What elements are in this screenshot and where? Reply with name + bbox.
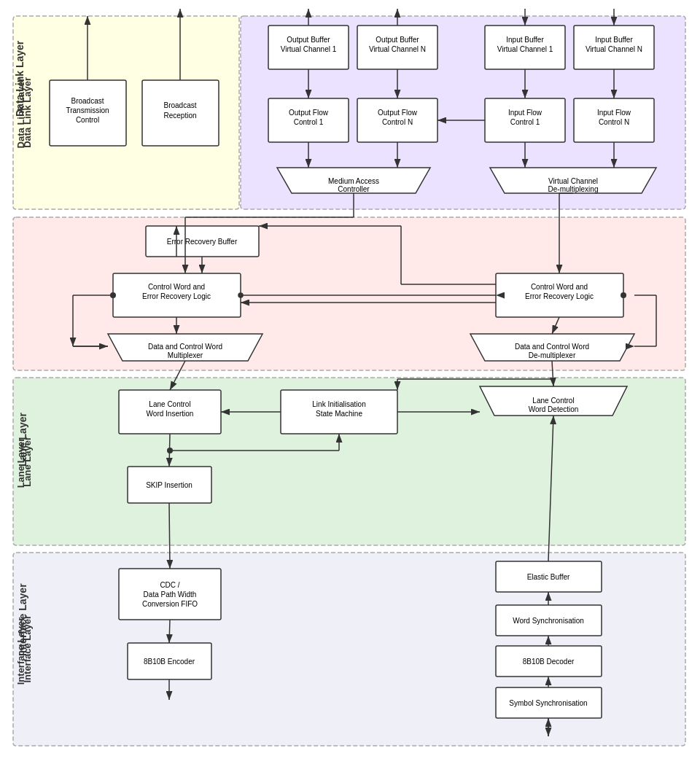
svg-rect-79 bbox=[496, 561, 602, 592]
svg-text:Controller: Controller bbox=[338, 185, 370, 193]
svg-text:CDC /: CDC / bbox=[160, 581, 179, 589]
svg-text:SKIP Insertion: SKIP Insertion bbox=[146, 481, 192, 489]
svg-rect-15 bbox=[142, 80, 219, 146]
svg-text:Broadcast: Broadcast bbox=[163, 101, 196, 109]
svg-text:Virtual Channel N: Virtual Channel N bbox=[586, 45, 642, 53]
svg-marker-45 bbox=[490, 168, 656, 193]
svg-text:Data Path Width: Data Path Width bbox=[144, 590, 197, 599]
svg-point-126 bbox=[167, 448, 173, 453]
diagram-container: Data Link Layer Lane Layer Interface Lay… bbox=[0, 0, 700, 764]
svg-line-121 bbox=[170, 361, 185, 390]
svg-marker-59 bbox=[470, 334, 634, 361]
svg-rect-53 bbox=[496, 273, 623, 317]
svg-text:Lane Control: Lane Control bbox=[149, 400, 190, 408]
svg-text:Output Buffer: Output Buffer bbox=[287, 36, 330, 44]
svg-marker-56 bbox=[108, 334, 262, 361]
svg-rect-73 bbox=[119, 569, 221, 620]
svg-text:Conversion FIFO: Conversion FIFO bbox=[142, 600, 198, 608]
svg-text:Word Detection: Word Detection bbox=[529, 405, 579, 413]
svg-text:Word Insertion: Word Insertion bbox=[147, 410, 194, 418]
svg-rect-33 bbox=[357, 98, 438, 142]
svg-rect-3 bbox=[13, 217, 685, 370]
svg-text:Transmission: Transmission bbox=[66, 106, 109, 114]
svg-text:Symbol Synchronisation: Symbol Synchronisation bbox=[509, 699, 587, 707]
svg-text:Control N: Control N bbox=[599, 118, 629, 126]
svg-text:Virtual Channel: Virtual Channel bbox=[548, 177, 598, 185]
svg-text:State Machine: State Machine bbox=[316, 410, 362, 418]
svg-text:Control Word and: Control Word and bbox=[148, 283, 205, 291]
svg-line-138 bbox=[548, 416, 553, 561]
svg-rect-21 bbox=[357, 26, 438, 69]
svg-text:Output Flow: Output Flow bbox=[289, 109, 329, 117]
svg-text:Input Buffer: Input Buffer bbox=[506, 36, 544, 44]
svg-rect-65 bbox=[281, 390, 397, 434]
svg-text:Broadcast: Broadcast bbox=[71, 97, 104, 105]
svg-text:Virtual Channel N: Virtual Channel N bbox=[369, 45, 426, 53]
svg-text:Input Buffer: Input Buffer bbox=[595, 36, 633, 44]
svg-text:Output Flow: Output Flow bbox=[378, 109, 418, 117]
svg-rect-0 bbox=[13, 16, 239, 209]
svg-text:De-multiplexer: De-multiplexer bbox=[529, 351, 576, 359]
svg-rect-85 bbox=[496, 687, 602, 718]
svg-text:8B10B Decoder: 8B10B Decoder bbox=[523, 658, 575, 666]
svg-line-123 bbox=[169, 434, 170, 467]
svg-line-132 bbox=[169, 503, 170, 569]
svg-point-117 bbox=[621, 292, 626, 298]
svg-text:Output Buffer: Output Buffer bbox=[376, 36, 419, 44]
svg-rect-4 bbox=[13, 378, 685, 545]
svg-text:Data and Control Word: Data and Control Word bbox=[148, 343, 222, 351]
svg-text:Input Flow: Input Flow bbox=[508, 109, 542, 117]
svg-text:8B10B Encoder: 8B10B Encoder bbox=[144, 658, 195, 666]
svg-text:Control N: Control N bbox=[382, 118, 413, 126]
svg-rect-30 bbox=[268, 98, 349, 142]
svg-text:Multiplexer: Multiplexer bbox=[168, 351, 203, 359]
svg-rect-18 bbox=[268, 26, 349, 69]
svg-rect-11 bbox=[50, 80, 126, 146]
data-link-layer-label: Data Link Layer bbox=[22, 77, 33, 148]
svg-text:Input Flow: Input Flow bbox=[597, 109, 631, 117]
svg-marker-68 bbox=[480, 386, 627, 416]
svg-line-122 bbox=[552, 361, 553, 386]
svg-text:Lane Control: Lane Control bbox=[532, 397, 574, 405]
svg-text:Data and Control Word: Data and Control Word bbox=[515, 343, 589, 351]
diagram-svg: Data Link Layer Lane Layer Interface Lay… bbox=[0, 0, 700, 764]
svg-text:Reception: Reception bbox=[163, 112, 196, 120]
svg-rect-81 bbox=[496, 605, 602, 636]
svg-text:Virtual Channel 1: Virtual Channel 1 bbox=[281, 45, 337, 53]
svg-rect-27 bbox=[574, 26, 654, 69]
svg-line-133 bbox=[169, 620, 170, 643]
svg-point-112 bbox=[110, 292, 116, 298]
svg-text:De-multiplexing: De-multiplexing bbox=[548, 185, 599, 193]
svg-text:Control 1: Control 1 bbox=[294, 118, 324, 126]
svg-rect-2 bbox=[241, 16, 685, 209]
svg-text:Word Synchronisation: Word Synchronisation bbox=[513, 617, 584, 625]
svg-rect-50 bbox=[113, 273, 241, 317]
svg-text:Error Recovery Buffer: Error Recovery Buffer bbox=[167, 238, 238, 246]
svg-text:Control Word and: Control Word and bbox=[531, 283, 588, 291]
svg-text:Link Initialisation: Link Initialisation bbox=[312, 400, 365, 408]
lane-layer-label: Lane Layer bbox=[22, 437, 33, 487]
svg-line-111 bbox=[552, 317, 559, 334]
svg-rect-62 bbox=[119, 390, 221, 434]
svg-marker-42 bbox=[277, 168, 430, 193]
svg-rect-83 bbox=[496, 646, 602, 677]
svg-rect-6 bbox=[13, 553, 685, 746]
svg-text:Elastic Buffer: Elastic Buffer bbox=[527, 573, 570, 581]
svg-text:Error Recovery Logic: Error Recovery Logic bbox=[142, 292, 211, 300]
svg-rect-77 bbox=[128, 643, 211, 679]
svg-text:Medium Access: Medium Access bbox=[328, 177, 379, 185]
svg-text:Virtual Channel 1: Virtual Channel 1 bbox=[497, 45, 553, 53]
svg-text:Error Recovery Logic: Error Recovery Logic bbox=[525, 292, 594, 300]
svg-rect-48 bbox=[146, 226, 259, 257]
svg-rect-24 bbox=[485, 26, 565, 69]
svg-rect-71 bbox=[128, 467, 211, 503]
svg-rect-36 bbox=[485, 98, 565, 142]
svg-rect-39 bbox=[574, 98, 654, 142]
svg-text:Control: Control bbox=[76, 116, 99, 124]
interface-layer-label: Interface Layer bbox=[22, 615, 33, 683]
svg-text:Control 1: Control 1 bbox=[510, 118, 540, 126]
